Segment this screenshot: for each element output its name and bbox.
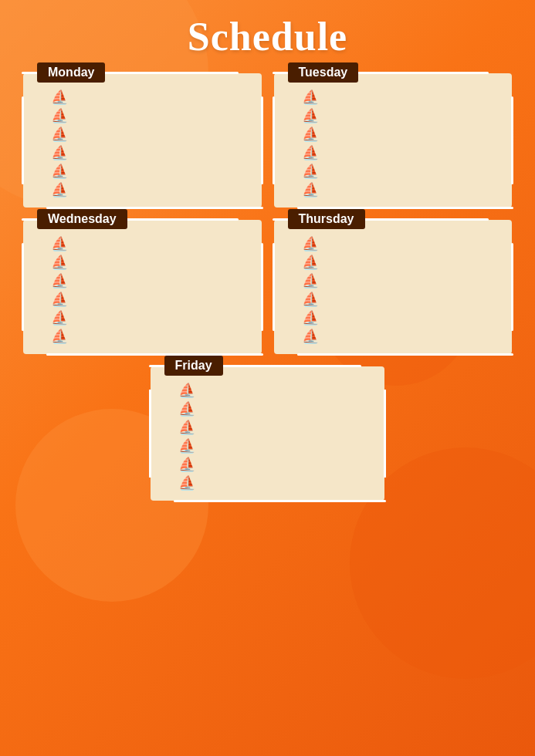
- sailboat-icon: ⛵: [51, 183, 68, 197]
- thursday-label: Thursday: [288, 209, 365, 229]
- sailboat-icon: ⛵: [51, 237, 68, 251]
- sailboat-icon: ⛵: [302, 292, 319, 306]
- list-item: ⛵: [302, 146, 505, 160]
- friday-left-line: [149, 390, 151, 478]
- sailboat-icon: ⛵: [178, 439, 195, 453]
- list-item: ⛵: [51, 329, 254, 343]
- thursday-right-line: [511, 243, 513, 331]
- wednesday-label: Wednesday: [37, 209, 127, 229]
- monday-label: Monday: [37, 62, 105, 83]
- list-item: ⛵: [178, 383, 378, 397]
- page-title: Schedule: [188, 14, 347, 59]
- list-item: ⛵: [178, 476, 378, 490]
- friday-right-line: [384, 390, 386, 478]
- tuesday-card: Tuesday ⛵ ⛵ ⛵ ⛵ ⛵ ⛵: [274, 73, 513, 208]
- monday-list: ⛵ ⛵ ⛵ ⛵ ⛵ ⛵: [51, 84, 254, 197]
- sailboat-icon: ⛵: [178, 457, 195, 471]
- list-item: ⛵: [51, 146, 254, 160]
- sailboat-icon: ⛵: [51, 329, 68, 343]
- list-item: ⛵: [178, 439, 378, 453]
- list-item: ⛵: [51, 127, 254, 141]
- list-item: ⛵: [51, 164, 254, 178]
- wednesday-card: Wednesday ⛵ ⛵ ⛵ ⛵ ⛵ ⛵: [23, 220, 262, 354]
- sailboat-icon: ⛵: [302, 109, 319, 123]
- list-item: ⛵: [51, 237, 254, 251]
- list-item: ⛵: [302, 90, 505, 104]
- sailboat-icon: ⛵: [178, 476, 195, 490]
- sailboat-icon: ⛵: [302, 329, 319, 343]
- sailboat-icon: ⛵: [51, 164, 68, 178]
- sailboat-icon: ⛵: [302, 255, 319, 269]
- friday-label: Friday: [164, 356, 223, 376]
- list-item: ⛵: [178, 420, 378, 434]
- list-item: ⛵: [302, 127, 505, 141]
- list-item: ⛵: [51, 274, 254, 288]
- wednesday-right-line: [261, 243, 263, 331]
- thursday-left-line: [273, 243, 275, 331]
- monday-card: Monday ⛵ ⛵ ⛵ ⛵ ⛵ ⛵: [23, 73, 262, 208]
- list-item: ⛵: [178, 402, 378, 416]
- wednesday-left-line: [22, 243, 24, 331]
- list-item: ⛵: [51, 311, 254, 325]
- list-item: ⛵: [302, 183, 505, 197]
- sailboat-icon: ⛵: [51, 90, 68, 104]
- monday-left-line: [22, 96, 24, 184]
- main-content: Schedule Monday ⛵ ⛵ ⛵ ⛵ ⛵ ⛵: [0, 0, 535, 756]
- sailboat-icon: ⛵: [51, 292, 68, 306]
- sailboat-icon: ⛵: [302, 164, 319, 178]
- thursday-list: ⛵ ⛵ ⛵ ⛵ ⛵ ⛵: [302, 231, 505, 343]
- list-item: ⛵: [178, 457, 378, 471]
- sailboat-icon: ⛵: [51, 146, 68, 160]
- list-item: ⛵: [302, 109, 505, 123]
- sailboat-icon: ⛵: [178, 420, 195, 434]
- sailboat-icon: ⛵: [51, 255, 68, 269]
- background: Schedule Monday ⛵ ⛵ ⛵ ⛵ ⛵ ⛵: [0, 0, 535, 756]
- thursday-card: Thursday ⛵ ⛵ ⛵ ⛵ ⛵ ⛵: [274, 220, 513, 354]
- wednesday-list: ⛵ ⛵ ⛵ ⛵ ⛵ ⛵: [51, 231, 254, 343]
- sailboat-icon: ⛵: [302, 274, 319, 288]
- sailboat-icon: ⛵: [51, 311, 68, 325]
- sailboat-icon: ⛵: [302, 237, 319, 251]
- tuesday-right-line: [511, 96, 513, 184]
- sailboat-icon: ⛵: [51, 127, 68, 141]
- monday-right-line: [261, 96, 263, 184]
- list-item: ⛵: [302, 255, 505, 269]
- list-item: ⛵: [302, 274, 505, 288]
- sailboat-icon: ⛵: [51, 274, 68, 288]
- list-item: ⛵: [302, 164, 505, 178]
- middle-row: Wednesday ⛵ ⛵ ⛵ ⛵ ⛵ ⛵ Thursday ⛵ ⛵: [23, 220, 512, 354]
- tuesday-left-line: [273, 96, 275, 184]
- tuesday-list: ⛵ ⛵ ⛵ ⛵ ⛵ ⛵: [302, 84, 505, 197]
- list-item: ⛵: [51, 90, 254, 104]
- list-item: ⛵: [302, 237, 505, 251]
- list-item: ⛵: [51, 255, 254, 269]
- sailboat-icon: ⛵: [302, 90, 319, 104]
- top-row: Monday ⛵ ⛵ ⛵ ⛵ ⛵ ⛵ Tuesday ⛵ ⛵ ⛵: [23, 73, 512, 208]
- sailboat-icon: ⛵: [302, 127, 319, 141]
- list-item: ⛵: [51, 292, 254, 306]
- list-item: ⛵: [302, 311, 505, 325]
- list-item: ⛵: [51, 109, 254, 123]
- sailboat-icon: ⛵: [302, 311, 319, 325]
- sailboat-icon: ⛵: [302, 146, 319, 160]
- tuesday-label: Tuesday: [288, 62, 359, 83]
- sailboat-icon: ⛵: [178, 383, 195, 397]
- list-item: ⛵: [302, 292, 505, 306]
- list-item: ⛵: [302, 329, 505, 343]
- friday-card: Friday ⛵ ⛵ ⛵ ⛵ ⛵ ⛵: [151, 366, 385, 501]
- friday-list: ⛵ ⛵ ⛵ ⛵ ⛵ ⛵: [178, 377, 378, 490]
- sailboat-icon: ⛵: [51, 109, 68, 123]
- sailboat-icon: ⛵: [178, 402, 195, 416]
- list-item: ⛵: [51, 183, 254, 197]
- sailboat-icon: ⛵: [302, 183, 319, 197]
- friday-section: Friday ⛵ ⛵ ⛵ ⛵ ⛵ ⛵: [23, 366, 512, 501]
